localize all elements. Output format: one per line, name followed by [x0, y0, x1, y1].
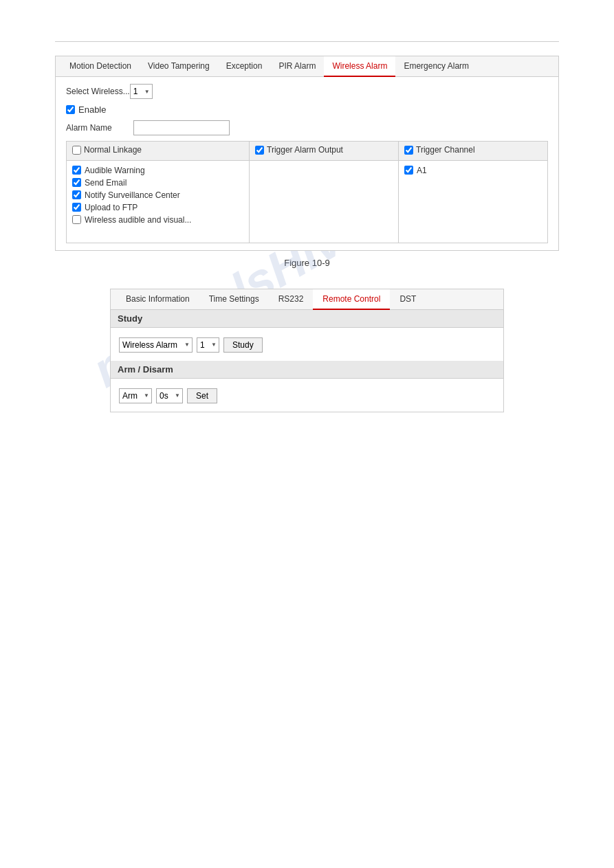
- select-wireless-dropdown[interactable]: 1: [130, 84, 153, 99]
- enable-label: Enable: [78, 104, 106, 115]
- channel-a1-label: A1: [417, 166, 427, 175]
- tab2-rs232[interactable]: RS232: [269, 289, 314, 310]
- channel-items: A1: [404, 164, 542, 175]
- alarm-name-row: Alarm Name: [66, 120, 548, 135]
- arm-disarm-section-content: Arm 0s Set: [111, 379, 503, 412]
- study-section-header: Study: [111, 310, 503, 328]
- figure-caption: Figure 10-9: [55, 258, 559, 268]
- arm-dropdown[interactable]: Arm: [119, 388, 152, 403]
- normal-item-0: Audible Warning: [72, 166, 243, 175]
- delay-select[interactable]: 0s: [156, 388, 183, 403]
- trigger-alarm-checkbox[interactable]: [255, 146, 264, 155]
- trigger-channel-cell: A1: [399, 160, 548, 243]
- audible-warning-checkbox[interactable]: [72, 166, 81, 175]
- channel-a1-checkbox[interactable]: [404, 166, 413, 175]
- alarm-name-input[interactable]: [133, 120, 230, 135]
- col-trigger-header: Trigger Alarm Output: [250, 142, 399, 161]
- study-row: Wireless Alarm 1 Study: [119, 337, 495, 353]
- remote-control-panel: Basic Information Time Settings RS232 Re…: [110, 289, 504, 412]
- normal-item-2: Notify Surveillance Center: [72, 190, 243, 200]
- col-normal-header: Normal Linkage: [67, 142, 250, 161]
- panel2-tabs: Basic Information Time Settings RS232 Re…: [111, 289, 503, 310]
- tab2-time-settings[interactable]: Time Settings: [199, 289, 269, 310]
- study-section-content: Wireless Alarm 1 Study: [111, 328, 503, 361]
- tab-wireless-alarm[interactable]: Wireless Alarm: [324, 56, 395, 77]
- audible-warning-label: Audible Warning: [85, 166, 145, 175]
- alarm-name-label: Alarm Name: [66, 123, 128, 133]
- trigger-channel-checkbox[interactable]: [404, 146, 413, 155]
- normal-item-4: Wireless audible and visual...: [72, 215, 243, 225]
- upload-ftp-label: Upload to FTP: [85, 203, 138, 212]
- normal-linkage-cell: Audible Warning Send Email Notify Survei…: [67, 160, 250, 243]
- study-number-dropdown[interactable]: 1: [197, 337, 219, 353]
- arm-select[interactable]: Arm: [119, 388, 152, 403]
- tab-motion-detection[interactable]: Motion Detection: [61, 56, 140, 77]
- tab2-dst[interactable]: DST: [390, 289, 426, 310]
- notify-surveillance-checkbox[interactable]: [72, 190, 81, 199]
- notify-surveillance-label: Notify Surveillance Center: [85, 190, 180, 200]
- trigger-alarm-cell: [250, 160, 399, 243]
- wireless-alarm-panel: Motion Detection Video Tampering Excepti…: [55, 56, 559, 251]
- tab-emergency-alarm[interactable]: Emergency Alarm: [395, 56, 477, 77]
- select-wireless-row: Select Wireless... 1: [66, 84, 548, 99]
- wireless-audible-checkbox[interactable]: [72, 215, 81, 224]
- tab-pir-alarm[interactable]: PIR Alarm: [270, 56, 324, 77]
- select-wireless-label: Select Wireless...: [66, 87, 130, 96]
- set-button[interactable]: Set: [187, 388, 217, 403]
- tab2-remote-control[interactable]: Remote Control: [313, 289, 390, 310]
- normal-linkage-checkbox[interactable]: [72, 146, 81, 155]
- normal-linkage-items: Audible Warning Send Email Notify Survei…: [72, 164, 243, 225]
- col-channel-header: Trigger Channel: [399, 142, 548, 161]
- study-button[interactable]: Study: [223, 337, 263, 353]
- upload-ftp-checkbox[interactable]: [72, 203, 81, 212]
- wireless-alarm-select[interactable]: Wireless Alarm: [119, 337, 193, 353]
- enable-row: Enable: [66, 104, 548, 115]
- arm-disarm-row: Arm 0s Set: [119, 388, 495, 403]
- linkage-table-row: Audible Warning Send Email Notify Survei…: [67, 160, 548, 243]
- study-number-select[interactable]: 1: [197, 337, 219, 353]
- tab-video-tampering[interactable]: Video Tampering: [140, 56, 218, 77]
- send-email-checkbox[interactable]: [72, 178, 81, 187]
- select-wireless-select[interactable]: 1: [130, 84, 153, 99]
- channel-item-0: A1: [404, 166, 542, 175]
- wireless-alarm-dropdown[interactable]: Wireless Alarm: [119, 337, 193, 353]
- send-email-label: Send Email: [85, 178, 127, 188]
- wireless-alarm-form: Select Wireless... 1 Enable Alarm Name: [56, 77, 558, 250]
- wireless-audible-label: Wireless audible and visual...: [85, 215, 191, 225]
- normal-item-1: Send Email: [72, 178, 243, 188]
- linkage-table: Normal Linkage Trigger Alarm Output: [66, 141, 548, 243]
- tab2-basic-info[interactable]: Basic Information: [116, 289, 199, 310]
- panel1-tabs: Motion Detection Video Tampering Excepti…: [56, 56, 558, 77]
- enable-checkbox[interactable]: [66, 105, 75, 114]
- tab-exception[interactable]: Exception: [218, 56, 271, 77]
- delay-dropdown[interactable]: 0s: [156, 388, 183, 403]
- normal-item-3: Upload to FTP: [72, 203, 243, 212]
- top-divider: [55, 41, 559, 42]
- arm-disarm-section-header: Arm / Disarm: [111, 361, 503, 379]
